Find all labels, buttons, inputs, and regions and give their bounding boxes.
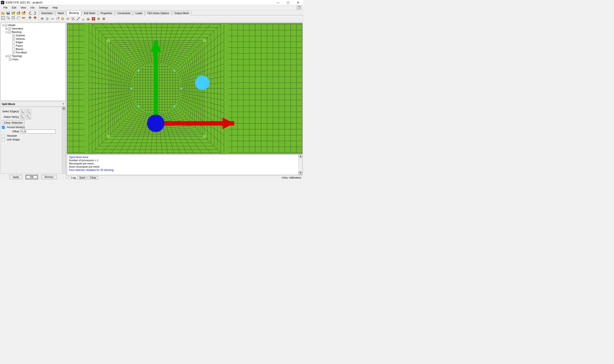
tab-edit-mesh[interactable]: Edit Mesh	[81, 11, 98, 15]
detail-scrollbar[interactable]: ▲	[62, 107, 65, 173]
offset-input[interactable]	[20, 130, 56, 133]
tree-item-subsets[interactable]: ✓Subsets	[1, 34, 65, 37]
tree-item-geometry[interactable]: +✓Geometry	[1, 27, 65, 30]
tab-properties[interactable]: Properties	[98, 11, 115, 15]
tree-item-model[interactable]: −✓Model	[1, 24, 65, 27]
premesh-quality-icon[interactable]	[86, 16, 91, 21]
menu-file[interactable]: File	[1, 6, 10, 10]
help-icon[interactable]: ?	[62, 103, 64, 106]
open-block-icon[interactable]	[21, 11, 26, 15]
restore-child-button[interactable]: ❐	[297, 6, 301, 9]
scroll-down-icon[interactable]: ▼	[299, 171, 302, 175]
around-block-checkbox[interactable]	[2, 126, 5, 129]
block-check-icon[interactable]	[96, 16, 101, 21]
link-shape-checkbox[interactable]	[2, 138, 5, 141]
open-icon[interactable]	[1, 11, 5, 15]
select-edge-remove-icon[interactable]: −	[26, 109, 31, 114]
merge-vertex-icon[interactable]	[50, 16, 55, 21]
message-text[interactable]: Ogrid block doneNumber of processors = 1…	[67, 155, 299, 175]
select-vert-remove-icon[interactable]: −	[26, 115, 31, 119]
menu-settings[interactable]: Settings	[37, 6, 50, 10]
zoom-icon[interactable]	[6, 15, 11, 20]
tree-item-vertices[interactable]: ✓Vertices	[1, 37, 65, 41]
ok-button[interactable]: OK	[26, 175, 38, 179]
tree-item-pre-mesh[interactable]: ✓Pre-Mesh	[1, 51, 65, 54]
create-block-icon[interactable]	[40, 16, 44, 21]
delete-block-icon[interactable]	[101, 16, 106, 21]
move-vertex-icon[interactable]	[65, 16, 70, 21]
menu-view[interactable]: View	[18, 6, 28, 10]
svg-point-11	[58, 17, 59, 18]
tab-output-mesh[interactable]: Output Mesh	[172, 11, 192, 15]
redo-icon[interactable]	[33, 11, 38, 15]
premesh-smooth-icon[interactable]	[91, 16, 96, 21]
scroll-up-icon[interactable]: ▲	[62, 107, 65, 110]
wireframe-icon[interactable]	[28, 15, 32, 20]
link-shape-label[interactable]: Link Shape	[7, 138, 20, 141]
tab-geometry[interactable]: Geometry	[39, 11, 55, 15]
maximize-button[interactable]: ☐	[285, 0, 291, 5]
model-tree[interactable]: −✓Model+✓Geometry−✓Blocking✓Subsets✓Vert…	[0, 23, 66, 101]
split-block-icon[interactable]	[45, 16, 50, 21]
tab-constraints[interactable]: Constraints	[115, 11, 133, 15]
menubar: File Edit View Info Settings Help ❐	[0, 5, 303, 10]
tree-item-parts[interactable]: ✓Parts	[1, 58, 65, 61]
message-scrollbar[interactable]: ▲ ▼	[299, 155, 302, 175]
clear-log-button[interactable]: Clear	[88, 176, 98, 180]
transform-icon[interactable]	[71, 16, 75, 21]
svg-point-288	[195, 76, 209, 90]
dismiss-button[interactable]: Dismiss	[41, 175, 57, 179]
scroll-up-icon[interactable]: ▲	[299, 155, 302, 158]
offset-label: Offset	[2, 130, 19, 133]
tab-loads[interactable]: Loads	[133, 11, 145, 15]
measure-icon[interactable]	[21, 15, 26, 20]
lcs-icon[interactable]: LCS	[16, 15, 21, 20]
absolute-checkbox[interactable]	[2, 134, 5, 137]
upper-toolbar-area: LCS Geometry Mesh Blocking Edit Mesh Pro…	[0, 10, 303, 22]
graphics-viewport[interactable]	[67, 23, 302, 154]
tab-mesh[interactable]: Mesh	[55, 11, 66, 15]
svg-point-24	[27, 116, 28, 116]
detail-panel-title: Split Block	[2, 103, 15, 106]
save-log-button[interactable]: Save	[78, 176, 87, 180]
refresh-icon[interactable]	[11, 15, 16, 20]
edit-block-icon[interactable]	[55, 16, 60, 21]
undo-icon[interactable]	[28, 11, 32, 15]
edit-edge-icon[interactable]	[76, 16, 80, 21]
associate-icon[interactable]	[60, 16, 65, 21]
tab-fea-solve[interactable]: FEA Solve Options	[145, 11, 171, 15]
select-vert-add-icon[interactable]: +	[20, 115, 25, 119]
close-button[interactable]: ✕	[295, 0, 301, 5]
menu-edit[interactable]: Edit	[10, 6, 18, 10]
svg-rect-1	[7, 12, 9, 13]
svg-text:+: +	[21, 117, 22, 119]
minimize-button[interactable]: —	[275, 0, 281, 5]
svg-point-15	[79, 17, 80, 18]
shaded-icon[interactable]	[33, 15, 38, 20]
svg-point-2	[13, 12, 15, 13]
apply-button[interactable]: Apply	[9, 175, 22, 179]
fit-icon[interactable]	[1, 15, 5, 20]
tree-item-edges[interactable]: Edges	[1, 41, 65, 44]
log-checkbox[interactable]	[68, 176, 71, 179]
tab-blocking[interactable]: Blocking	[67, 11, 81, 15]
premesh-params-icon[interactable]	[81, 16, 86, 21]
svg-text:LCS: LCS	[18, 16, 20, 17]
tree-item-blocking[interactable]: −✓Blocking	[1, 30, 65, 34]
select-edge-add-icon[interactable]: +	[20, 109, 25, 114]
open-geom-icon[interactable]	[11, 11, 16, 15]
menu-info[interactable]: Info	[28, 6, 37, 10]
message-panel: Ogrid block doneNumber of processors = 1…	[67, 155, 302, 175]
tree-item-blocks[interactable]: Blocks	[1, 48, 65, 51]
svg-point-9	[51, 18, 52, 19]
tree-item-topology[interactable]: +✓Topology	[1, 54, 65, 58]
clear-selected-button[interactable]: Clear Selected	[2, 120, 24, 125]
svg-point-14	[76, 20, 77, 21]
absolute-label[interactable]: Absolute	[7, 134, 17, 137]
tree-item-faces[interactable]: Faces	[1, 44, 65, 48]
open-mesh-icon[interactable]	[16, 11, 21, 15]
save-icon[interactable]	[6, 11, 11, 15]
svg-rect-3	[24, 12, 25, 13]
around-block-label[interactable]: Around block(s)	[7, 126, 25, 129]
menu-help[interactable]: Help	[50, 6, 60, 10]
